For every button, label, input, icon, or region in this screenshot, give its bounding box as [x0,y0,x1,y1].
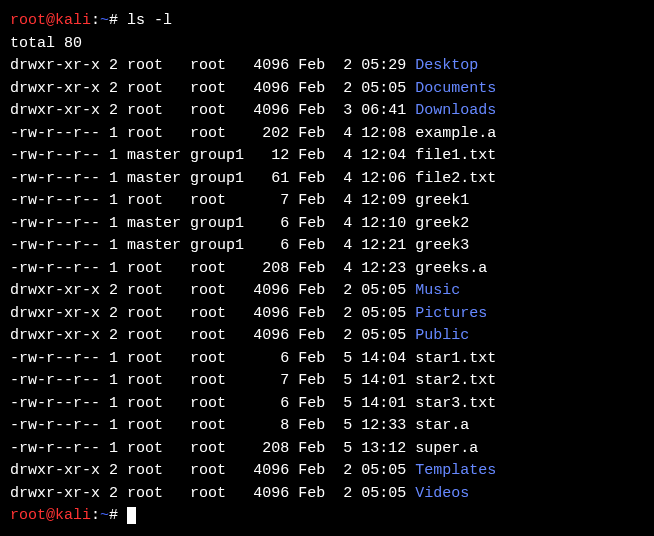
size: 7 [253,372,289,389]
size: 6 [253,215,289,232]
permissions: drwxr-xr-x [10,57,100,74]
group: group1 [190,237,244,254]
link-count: 2 [109,102,118,119]
group: root [190,372,244,389]
permissions: -rw-r--r-- [10,417,100,434]
file-row: drwxr-xr-x 2 root root 4096 Feb 2 05:29 … [10,55,644,78]
owner: master [127,170,181,187]
owner: root [127,327,181,344]
directory-name: Templates [415,462,496,479]
cursor [127,507,136,524]
group: root [190,57,244,74]
size: 4096 [253,485,289,502]
day: 4 [334,237,352,254]
link-count: 2 [109,282,118,299]
time: 14:01 [361,395,406,412]
month: Feb [298,305,325,322]
link-count: 2 [109,485,118,502]
owner: root [127,305,181,322]
month: Feb [298,395,325,412]
file-name: super.a [415,440,478,457]
file-row: -rw-r--r-- 1 root root 8 Feb 5 12:33 sta… [10,415,644,438]
day: 2 [334,305,352,322]
command-text: ls -l [127,12,172,29]
permissions: -rw-r--r-- [10,237,100,254]
owner: root [127,80,181,97]
size: 4096 [253,57,289,74]
owner: root [127,372,181,389]
group: root [190,350,244,367]
time: 05:05 [361,80,406,97]
month: Feb [298,125,325,142]
day: 4 [334,215,352,232]
link-count: 2 [109,80,118,97]
permissions: -rw-r--r-- [10,395,100,412]
file-row: -rw-r--r-- 1 master group1 61 Feb 4 12:0… [10,168,644,191]
file-name: example.a [415,125,496,142]
link-count: 1 [109,440,118,457]
month: Feb [298,327,325,344]
time: 12:23 [361,260,406,277]
permissions: -rw-r--r-- [10,260,100,277]
day: 4 [334,170,352,187]
file-row: -rw-r--r-- 1 master group1 6 Feb 4 12:21… [10,235,644,258]
owner: root [127,350,181,367]
size: 208 [253,260,289,277]
month: Feb [298,57,325,74]
day: 5 [334,440,352,457]
link-count: 2 [109,57,118,74]
size: 7 [253,192,289,209]
prompt-host: kali [55,12,91,29]
owner: root [127,192,181,209]
file-name: greek1 [415,192,469,209]
file-row: -rw-r--r-- 1 root root 7 Feb 5 14:01 sta… [10,370,644,393]
time: 12:10 [361,215,406,232]
permissions: -rw-r--r-- [10,440,100,457]
time: 12:06 [361,170,406,187]
permissions: drwxr-xr-x [10,485,100,502]
file-name: file2.txt [415,170,496,187]
day: 2 [334,57,352,74]
group: root [190,327,244,344]
group: root [190,462,244,479]
terminal-output[interactable]: root@kali:~# ls -l total 80 drwxr-xr-x 2… [10,10,644,528]
month: Feb [298,417,325,434]
file-name: star.a [415,417,469,434]
file-row: drwxr-xr-x 2 root root 4096 Feb 3 06:41 … [10,100,644,123]
prompt-colon: : [91,12,100,29]
group: root [190,102,244,119]
size: 6 [253,237,289,254]
link-count: 1 [109,260,118,277]
directory-name: Public [415,327,469,344]
size: 202 [253,125,289,142]
owner: root [127,125,181,142]
month: Feb [298,372,325,389]
owner: root [127,440,181,457]
owner: root [127,260,181,277]
time: 05:05 [361,282,406,299]
prompt-line-1: root@kali:~# ls -l [10,10,644,33]
size: 61 [253,170,289,187]
directory-name: Documents [415,80,496,97]
prompt-at: @ [46,12,55,29]
day: 2 [334,462,352,479]
prompt-hash: # [109,12,118,29]
time: 12:33 [361,417,406,434]
size: 4096 [253,102,289,119]
link-count: 1 [109,147,118,164]
time: 13:12 [361,440,406,457]
month: Feb [298,282,325,299]
link-count: 1 [109,237,118,254]
prompt-host: kali [55,507,91,524]
time: 05:05 [361,327,406,344]
file-name: star2.txt [415,372,496,389]
permissions: -rw-r--r-- [10,170,100,187]
month: Feb [298,237,325,254]
link-count: 1 [109,372,118,389]
day: 2 [334,485,352,502]
link-count: 1 [109,125,118,142]
day: 2 [334,327,352,344]
file-row: -rw-r--r-- 1 root root 7 Feb 4 12:09 gre… [10,190,644,213]
file-name: star1.txt [415,350,496,367]
size: 4096 [253,80,289,97]
